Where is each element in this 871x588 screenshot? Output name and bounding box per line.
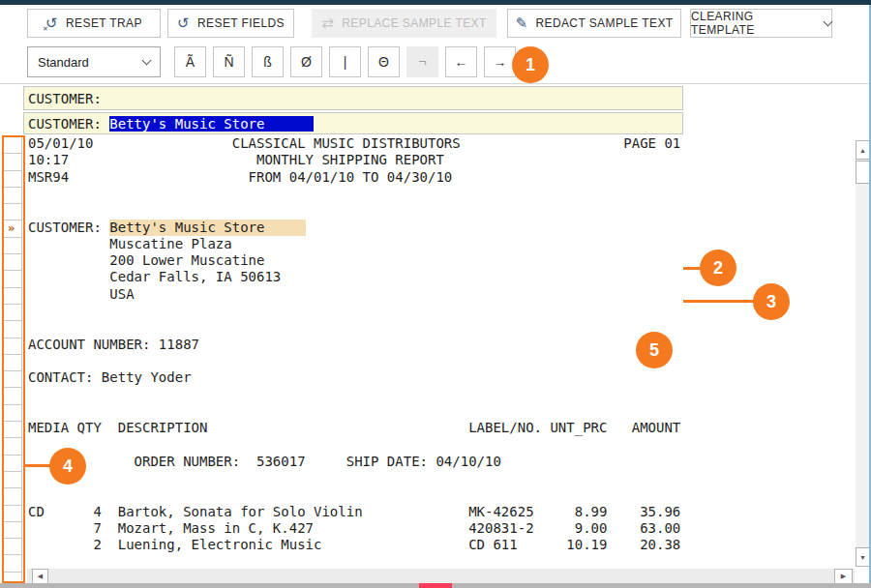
report-line: ORDER NUMBER: 536017SHIP DATE: 04/10/10 <box>28 454 686 470</box>
gutter-row-cell[interactable] <box>4 338 22 355</box>
clearing-template-label: CLEARING TEMPLATE <box>691 10 817 37</box>
font-style-select[interactable]: Standard <box>27 46 161 77</box>
report-text-segment: Luening, Electronic Music <box>118 537 322 553</box>
gutter-row-cell[interactable] <box>4 288 22 305</box>
report-text-segment: CD <box>28 504 45 520</box>
gutter-row-cell[interactable] <box>4 321 22 338</box>
gutter-row-cell[interactable] <box>4 305 22 321</box>
report-text-segment: 7 <box>93 520 101 537</box>
report-text-segment: 35.96 <box>640 504 680 520</box>
reset-trap-button[interactable]: ↺✕ RESET TRAP <box>27 9 161 38</box>
gutter-row-cell[interactable] <box>4 456 22 472</box>
callout-badge-2: 2 <box>700 250 736 286</box>
report-text-segment: 10:17 <box>28 152 69 168</box>
char-button-o-slash[interactable]: Ø <box>290 46 322 77</box>
report-text-segment: 4 <box>93 504 101 520</box>
report-text-segment: USA <box>109 286 134 303</box>
report-line: MEDIA QTY DESCRIPTIONLABEL/NO.UNT_PRCAMO… <box>28 420 686 436</box>
scroll-up-button[interactable]: ▲ <box>856 140 870 160</box>
char-button-theta[interactable]: Θ <box>368 46 400 77</box>
document-workspace: CUSTOMER: CUSTOMER: Betty's Music Store … <box>0 85 869 583</box>
trap-field-empty[interactable]: CUSTOMER: <box>23 86 683 110</box>
char-button-pipe[interactable]: | <box>329 46 361 77</box>
report-text-segment: FROM 04/01/10 TO 04/30/10 <box>249 169 453 186</box>
gutter-row-cell[interactable] <box>4 573 22 583</box>
report-text-segment: 420831-2 <box>468 520 533 537</box>
replace-sample-text-button: ⇄ REPLACE SAMPLE TEXT <box>312 9 496 38</box>
report-text-segment: LABEL/NO. <box>468 420 542 436</box>
gutter-row-cell[interactable] <box>4 405 22 422</box>
clearing-template-dropdown[interactable]: CLEARING TEMPLATE <box>690 9 832 38</box>
reset-fields-icon: ↺ <box>177 15 190 30</box>
sample-report-text[interactable]: 05/01/10CLASSICAL MUSIC DISTRIBUTORSPAGE… <box>28 135 686 580</box>
scroll-left-button[interactable]: ◀ <box>32 569 48 584</box>
gutter-row-cell[interactable] <box>4 171 22 188</box>
report-text-segment: AMOUNT <box>632 420 681 436</box>
gutter-row-cell[interactable] <box>4 472 22 488</box>
report-line: CUSTOMER: Betty's Music Store <box>28 220 686 236</box>
report-line: 7Mozart, Mass in C, K.427420831-29.0063.… <box>28 520 686 537</box>
report-text-segment: PAGE 01 <box>623 135 680 152</box>
report-text-segment: CONTACT: Betty Yoder <box>28 369 192 386</box>
gutter-row-cell[interactable] <box>4 271 22 287</box>
gutter-row-cell[interactable] <box>4 154 22 170</box>
toolbar: ↺✕ RESET TRAP ↺ RESET FIELDS ⇄ REPLACE S… <box>0 5 871 84</box>
report-text-segment: MK-42625 <box>468 504 533 520</box>
report-text-segment: MSR94 <box>28 169 69 186</box>
report-text-segment: 9.00 <box>575 520 608 537</box>
trap-editor-window: ↺✕ RESET TRAP ↺ RESET FIELDS ⇄ REPLACE S… <box>0 0 871 588</box>
trapped-field-highlight: Betty's Music Store <box>109 220 305 236</box>
scroll-down-button[interactable]: ▼ <box>856 547 870 567</box>
gutter-row-cell[interactable] <box>4 488 22 505</box>
scroll-up-icon: ▲ <box>859 147 866 154</box>
vertical-scrollbar-track[interactable] <box>856 140 870 567</box>
window-bottom-scrollbar-thumb[interactable] <box>419 583 452 588</box>
char-button-arrow-right[interactable]: → <box>484 46 516 77</box>
gutter-row-cell[interactable] <box>4 388 22 404</box>
row-marker-gutter[interactable]: » <box>2 135 25 583</box>
redact-sample-text-button[interactable]: ✎ REDACT SAMPLE TEXT <box>507 9 681 38</box>
callout-badge-5: 5 <box>636 332 673 368</box>
scroll-right-button[interactable]: ▶ <box>834 569 853 584</box>
char-button-arrow-left[interactable]: ← <box>445 46 477 77</box>
trap-field-filled[interactable]: CUSTOMER: Betty's Music Store <box>23 112 683 134</box>
report-text-segment: 200 Lower Muscatine <box>109 252 264 269</box>
report-text-segment: Bartok, Sonata for Solo Violin <box>118 504 363 520</box>
callout-badge-4: 4 <box>49 448 86 485</box>
horizontal-scrollbar-track[interactable] <box>27 569 855 584</box>
report-text-segment: Mozart, Mass in C, K.427 <box>118 520 314 537</box>
scroll-right-icon: ▶ <box>841 573 846 580</box>
char-button-n-tilde[interactable]: Ñ <box>213 46 245 77</box>
report-text-segment: 8.99 <box>575 504 608 520</box>
char-button-a-tilde[interactable]: Ã <box>174 46 206 77</box>
chevron-down-icon <box>142 56 152 66</box>
gutter-row-cell[interactable] <box>4 238 22 254</box>
gutter-row-cell[interactable] <box>4 355 22 371</box>
report-line: Cedar Falls, IA 50613 <box>28 269 686 285</box>
gutter-row-cell[interactable] <box>4 539 22 555</box>
report-line: CONTACT: Betty Yoder <box>28 369 686 386</box>
gutter-row-cell[interactable] <box>4 555 22 572</box>
report-line: Muscatine Plaza <box>28 236 686 252</box>
gutter-row-cell[interactable] <box>4 522 22 539</box>
report-line: CD4Bartok, Sonata for Solo ViolinMK-4262… <box>28 504 686 520</box>
reset-fields-button[interactable]: ↺ RESET FIELDS <box>167 9 294 38</box>
gutter-row-cell[interactable] <box>4 506 22 522</box>
gutter-row-cell[interactable] <box>4 438 22 455</box>
trap-field-filled-label: CUSTOMER: <box>28 116 109 132</box>
gutter-row-cell[interactable] <box>4 188 22 204</box>
gutter-row-cell[interactable] <box>4 422 22 438</box>
char-button-eszett[interactable]: ß <box>252 46 284 77</box>
gutter-row-cell[interactable] <box>4 371 22 388</box>
gutter-row-cell[interactable] <box>4 254 22 271</box>
gutter-row-cell[interactable] <box>4 204 22 220</box>
vertical-scrollbar-thumb[interactable] <box>856 161 870 184</box>
report-line: 200 Lower Muscatine <box>28 252 686 269</box>
report-line: 05/01/10CLASSICAL MUSIC DISTRIBUTORSPAGE… <box>28 135 686 152</box>
gutter-row-cell[interactable]: » <box>4 220 22 237</box>
callout-4-connector <box>25 464 51 467</box>
reset-fields-label: RESET FIELDS <box>197 16 285 30</box>
report-line: ACCOUNT NUMBER: 11887 <box>28 337 686 353</box>
char-button-not-sign: ¬ <box>406 46 438 77</box>
gutter-row-cell[interactable] <box>4 137 22 154</box>
